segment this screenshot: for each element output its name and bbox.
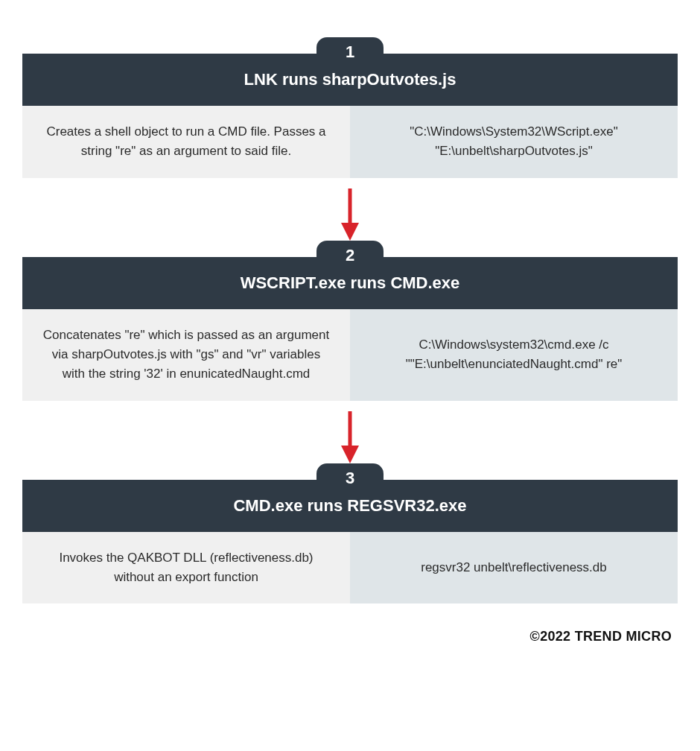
step-number-badge: 3 [316, 463, 384, 493]
step-number-badge: 2 [316, 241, 384, 270]
svg-marker-3 [341, 446, 359, 463]
step-1: 1 LNK runs sharpOutvotes.js Creates a sh… [22, 54, 678, 178]
step-number-badge: 1 [316, 37, 384, 67]
svg-marker-1 [341, 223, 359, 241]
step-2-description: Concatenates "re" which is passed as an … [22, 309, 350, 401]
step-1-command: "C:\Windows\System32\WScript.exe" "E:\un… [350, 106, 678, 178]
step-3-command: regsvr32 unbelt\reflectiveness.db [350, 532, 678, 604]
copyright-footer: ©2022 TREND MICRO [22, 629, 678, 644]
step-3-body: Invokes the QAKBOT DLL (reflectiveness.d… [22, 532, 678, 604]
step-2-command: C:\Windows\system32\cmd.exe /c ""E:\unbe… [350, 309, 678, 401]
step-2-body: Concatenates "re" which is passed as an … [22, 309, 678, 401]
step-1-body: Creates a shell object to run a CMD file… [22, 106, 678, 178]
step-3-description: Invokes the QAKBOT DLL (reflectiveness.d… [22, 532, 350, 604]
arrow-down-icon [340, 411, 360, 463]
step-2: 2 WSCRIPT.exe runs CMD.exe Concatenates … [22, 257, 678, 401]
arrow-down-icon [340, 188, 360, 241]
step-3: 3 CMD.exe runs REGSVR32.exe Invokes the … [22, 480, 678, 604]
step-1-description: Creates a shell object to run a CMD file… [22, 106, 350, 178]
